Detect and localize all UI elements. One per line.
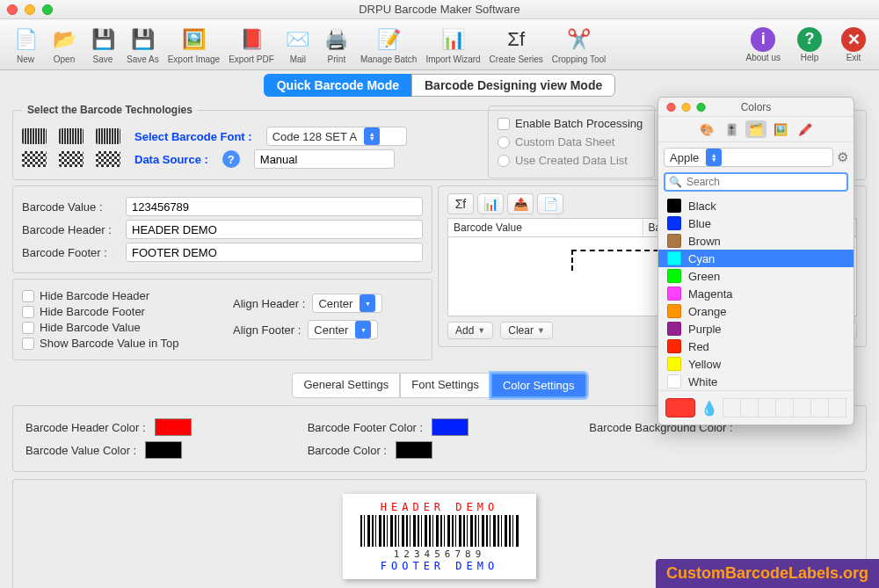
color-item-black[interactable]: Black (658, 197, 854, 214)
header-color-swatch[interactable] (155, 418, 192, 436)
color-swatch-icon (667, 304, 681, 318)
color-well[interactable] (723, 398, 741, 417)
hide-value-checkbox[interactable]: Hide Barcode Value (22, 321, 233, 334)
import-wizard-button[interactable]: 📊Import Wizard (422, 25, 483, 64)
color-swatch-icon (667, 322, 681, 336)
color-well[interactable] (758, 398, 776, 417)
window-titlebar: DRPU Barcode Maker Software (0, 0, 879, 19)
formula-button[interactable]: Σf (447, 193, 474, 214)
color-search-input[interactable] (664, 172, 848, 192)
color-item-cyan[interactable]: Cyan (658, 250, 854, 267)
color-well[interactable] (810, 398, 829, 417)
preview-header: HEADER DEMO (360, 501, 519, 513)
palette-select[interactable]: Apple ▲▼ (664, 148, 833, 167)
save-as-icon: 💾 (128, 25, 156, 54)
export-button[interactable]: 📤 (507, 193, 534, 214)
col-barcode-value[interactable]: Barcode Value (448, 219, 643, 236)
font-settings-tab[interactable]: Font Settings (400, 373, 490, 398)
data-source-input[interactable] (254, 149, 395, 169)
hide-footer-checkbox[interactable]: Hide Barcode Footer (22, 305, 233, 318)
help-icon[interactable]: ? (222, 150, 240, 168)
color-item-magenta[interactable]: Magenta (658, 285, 854, 302)
barcode-value-input[interactable] (126, 197, 423, 216)
linear-barcode-icon-2[interactable] (59, 128, 84, 144)
footer-color-swatch[interactable] (432, 418, 469, 436)
create-series-button[interactable]: ΣfCreate Series (486, 25, 547, 64)
barcode-font-select[interactable]: Code 128 SET A ▲▼ (266, 127, 407, 146)
color-item-purple[interactable]: Purple (658, 320, 854, 338)
enable-batch-checkbox[interactable]: Enable Batch Processing (498, 117, 645, 130)
window-title: DRPU Barcode Maker Software (0, 3, 879, 16)
data-source-label: Data Source : (134, 153, 208, 166)
linear-barcode-icon[interactable] (22, 128, 47, 144)
save-as-button[interactable]: 💾Save As (123, 25, 163, 64)
color-sliders-icon[interactable]: 🎚️ (721, 120, 742, 138)
search-icon: 🔍 (669, 176, 682, 188)
align-footer-select[interactable]: Center▼ (308, 320, 378, 339)
add-button[interactable]: Add▼ (447, 322, 493, 339)
color-well[interactable] (793, 398, 811, 417)
new-button[interactable]: 📄New (7, 25, 44, 64)
color-well[interactable] (828, 398, 846, 417)
color-item-orange[interactable]: Orange (658, 302, 854, 320)
barcode-header-input[interactable] (126, 220, 423, 239)
color-item-yellow[interactable]: Yellow (658, 355, 854, 373)
color-wheel-icon[interactable]: 🎨 (696, 120, 717, 138)
eyedropper-icon[interactable]: 💧 (701, 400, 718, 417)
about-us-button[interactable]: iAbout us (743, 27, 784, 62)
designing-view-mode-tab[interactable]: Barcode Designing view Mode (411, 74, 615, 97)
color-swatch-icon (667, 287, 681, 301)
color-item-blue[interactable]: Blue (658, 214, 854, 232)
image-palettes-icon[interactable]: 🖼️ (770, 120, 791, 138)
color-item-green[interactable]: Green (658, 267, 854, 285)
header-color-label: Barcode Header Color : (25, 421, 146, 434)
linear-barcode-icon-3[interactable] (96, 128, 120, 144)
open-button[interactable]: 📂Open (46, 25, 83, 64)
barcode-color-swatch[interactable] (396, 441, 432, 459)
color-swatch-icon (667, 216, 681, 230)
batch-processing-panel: Enable Batch Processing Custom Data Shee… (488, 105, 655, 178)
general-settings-tab[interactable]: General Settings (292, 373, 400, 398)
barcode-footer-input[interactable] (126, 243, 423, 262)
color-swatch-icon (667, 339, 681, 353)
help-button[interactable]: ?Help (791, 27, 828, 62)
color-item-red[interactable]: Red (658, 338, 854, 355)
cropping-tool-button[interactable]: ✂️Cropping Tool (548, 25, 610, 64)
color-well[interactable] (775, 398, 794, 417)
2d-barcode-icon-2[interactable] (59, 151, 84, 167)
export-pdf-icon: 📕 (237, 25, 265, 54)
export-image-button[interactable]: 🖼️Export Image (164, 25, 223, 64)
mail-button[interactable]: ✉️Mail (280, 25, 316, 64)
export-pdf-button[interactable]: 📕Export PDF (225, 25, 278, 64)
hide-header-checkbox[interactable]: Hide Barcode Header (22, 289, 233, 302)
color-palettes-icon[interactable]: 🗂️ (745, 120, 766, 138)
save-button[interactable]: 💾Save (84, 25, 121, 64)
show-value-top-checkbox[interactable]: Show Barcode Value in Top (22, 337, 233, 350)
manage-batch-button[interactable]: 📝Manage Batch (357, 25, 421, 64)
clear-button[interactable]: Clear▼ (500, 322, 553, 339)
color-settings-tab[interactable]: Color Settings (490, 373, 587, 398)
gear-icon[interactable]: ⚙ (837, 149, 848, 165)
about-us-icon: i (751, 27, 775, 52)
excel-button[interactable]: 📊 (477, 193, 504, 214)
exit-button[interactable]: ✕Exit (835, 27, 872, 62)
chevron-updown-icon: ▲▼ (364, 127, 380, 145)
print-button[interactable]: 🖨️Print (318, 25, 355, 64)
current-color-swatch[interactable] (665, 398, 695, 417)
quick-barcode-mode-tab[interactable]: Quick Barcode Mode (264, 74, 411, 97)
color-item-white[interactable]: White (658, 373, 854, 390)
mail-icon: ✉️ (284, 25, 312, 54)
color-item-brown[interactable]: Brown (658, 232, 854, 250)
2d-barcode-icon[interactable] (22, 151, 47, 167)
text-button[interactable]: 📄 (537, 193, 563, 214)
2d-barcode-icon-3[interactable] (96, 151, 120, 167)
manage-batch-icon: 📝 (374, 25, 403, 54)
arrow-annotation (571, 250, 668, 271)
pencils-icon[interactable]: 🖍️ (795, 120, 816, 138)
value-color-swatch[interactable] (145, 441, 182, 459)
align-header-select[interactable]: Center▼ (312, 294, 382, 313)
chevron-down-icon: ▼ (477, 326, 485, 335)
color-wells (723, 398, 846, 417)
color-well[interactable] (740, 398, 759, 417)
align-header-label: Align Header : (233, 297, 305, 310)
